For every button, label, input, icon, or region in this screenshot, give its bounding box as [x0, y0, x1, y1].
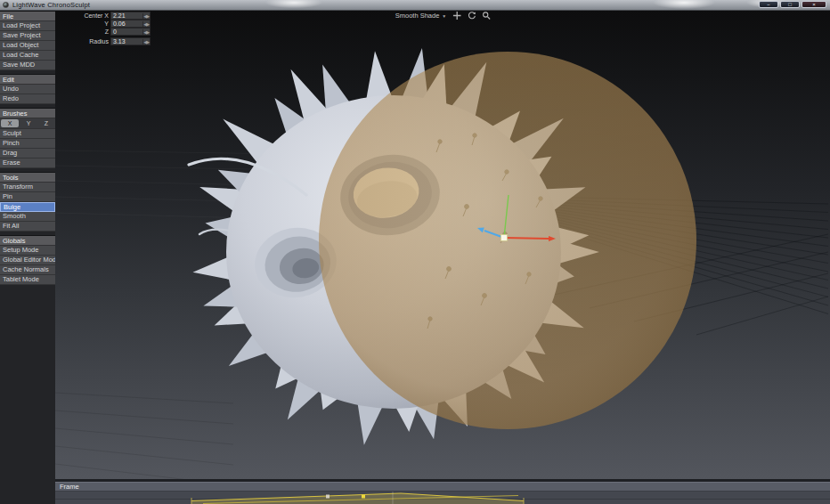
- axis-button-y[interactable]: Y: [20, 118, 37, 128]
- section-header-brushes: Brushes: [0, 109, 55, 118]
- section-header-tools: Tools: [0, 173, 55, 183]
- sidebar-section-brushes: Brushes X Y Z Sculpt Pinch Drag Erase: [0, 108, 55, 168]
- sidebar: File Load Project Save Project Load Obje…: [0, 10, 55, 504]
- field-value-center-y[interactable]: 0.06: [111, 20, 142, 27]
- title-bar: LightWave ChronoSculpt − □ ×: [0, 0, 830, 11]
- stepper-icon[interactable]: ◀▶: [142, 29, 150, 35]
- minimize-button[interactable]: −: [759, 1, 778, 8]
- shading-mode-label: Smooth Shade: [395, 12, 440, 20]
- sidebar-item-redo[interactable]: Redo: [0, 94, 55, 104]
- sidebar-item-erase[interactable]: Erase: [0, 159, 55, 168]
- sidebar-item-pin[interactable]: Pin: [0, 192, 55, 202]
- stepper-icon[interactable]: ◀▶: [142, 39, 150, 45]
- keyframe-dot-inactive[interactable]: [326, 495, 330, 499]
- keyframe-dot-active[interactable]: [362, 495, 365, 499]
- field-center-z[interactable]: Z 0◀▶: [76, 28, 151, 36]
- sidebar-item-drag[interactable]: Drag: [0, 149, 55, 159]
- window-title: LightWave ChronoSculpt: [12, 1, 90, 9]
- field-label-radius: Radius: [76, 38, 109, 45]
- sidebar-item-save-mdd[interactable]: Save MDD: [0, 61, 55, 70]
- axis-selector: X Y Z: [0, 118, 55, 129]
- section-header-file: File: [0, 12, 55, 21]
- sidebar-section-tools: Tools Transform Pin Bulge Smooth Fit All: [0, 172, 55, 232]
- sidebar-item-load-object[interactable]: Load Object: [0, 41, 55, 51]
- field-label-center-x: Center X: [76, 12, 109, 19]
- orbit-icon[interactable]: [467, 12, 476, 20]
- sidebar-item-setup-mode[interactable]: Setup Mode: [0, 246, 55, 256]
- viewport-canvas[interactable]: [55, 10, 830, 479]
- brush-settings-panel: Center X 2.21◀▶ Y 0.06◀▶ Z 0◀▶ Radius 3.…: [76, 12, 151, 45]
- viewport[interactable]: Center X 2.21◀▶ Y 0.06◀▶ Z 0◀▶ Radius 3.…: [55, 10, 830, 479]
- field-value-radius[interactable]: 3.13: [111, 38, 142, 45]
- shading-mode-dropdown[interactable]: Smooth Shade ▼: [395, 12, 447, 20]
- sidebar-item-global-editor-mode[interactable]: Global Editor Mode: [0, 256, 55, 265]
- chevron-down-icon: ▼: [442, 13, 446, 19]
- sidebar-item-pinch[interactable]: Pinch: [0, 139, 55, 149]
- zoom-icon[interactable]: [482, 12, 490, 20]
- field-value-center-z[interactable]: 0: [111, 28, 142, 35]
- sidebar-item-undo[interactable]: Undo: [0, 85, 55, 94]
- maximize-button[interactable]: □: [780, 1, 800, 8]
- gizmo-x-axis[interactable]: [504, 238, 549, 239]
- sidebar-item-transform[interactable]: Transform: [0, 183, 55, 192]
- section-header-edit: Edit: [0, 75, 55, 85]
- viewport-toolbar: Smooth Shade ▼: [395, 12, 491, 20]
- pan-icon[interactable]: [452, 12, 460, 20]
- axis-button-x[interactable]: X: [1, 119, 19, 127]
- timeline-track[interactable]: [55, 492, 830, 504]
- sidebar-section-globals: Globals Setup Mode Global Editor Mode Ca…: [0, 235, 55, 285]
- axis-button-z[interactable]: Z: [37, 118, 55, 128]
- app-icon: [3, 2, 9, 8]
- brush-radius-sphere[interactable]: [319, 52, 696, 429]
- field-center-x[interactable]: Center X 2.21◀▶: [76, 12, 151, 20]
- field-label-center-y: Y: [76, 20, 109, 27]
- section-header-globals: Globals: [0, 236, 55, 246]
- gizmo-center-handle[interactable]: [501, 235, 508, 241]
- sidebar-section-file: File Load Project Save Project Load Obje…: [0, 11, 55, 70]
- stepper-icon[interactable]: ◀▶: [142, 13, 150, 19]
- sidebar-item-tablet-mode[interactable]: Tablet Mode: [0, 275, 55, 285]
- field-label-center-z: Z: [76, 28, 109, 35]
- sidebar-item-sculpt[interactable]: Sculpt: [0, 129, 55, 139]
- sidebar-item-bulge[interactable]: Bulge: [0, 202, 55, 212]
- close-button[interactable]: ×: [802, 1, 826, 8]
- sidebar-item-load-cache[interactable]: Load Cache: [0, 51, 55, 61]
- frame-label: Frame: [55, 483, 830, 492]
- sidebar-section-edit: Edit Undo Redo: [0, 74, 55, 104]
- ground-grid-bottom-left: [55, 393, 233, 479]
- sidebar-item-cache-normals[interactable]: Cache Normals: [0, 265, 55, 275]
- sidebar-item-fit-all[interactable]: Fit All: [0, 222, 55, 232]
- frame-bar: Frame: [55, 482, 830, 492]
- sidebar-item-smooth[interactable]: Smooth: [0, 212, 55, 222]
- application-window: LightWave ChronoSculpt − □ × File Load P…: [0, 0, 830, 504]
- sidebar-item-load-project[interactable]: Load Project: [0, 21, 55, 31]
- field-value-center-x[interactable]: 2.21: [111, 12, 142, 19]
- stepper-icon[interactable]: ◀▶: [142, 21, 150, 27]
- field-radius[interactable]: Radius 3.13◀▶: [76, 37, 151, 45]
- field-center-y[interactable]: Y 0.06◀▶: [76, 20, 151, 28]
- sidebar-item-save-project[interactable]: Save Project: [0, 31, 55, 41]
